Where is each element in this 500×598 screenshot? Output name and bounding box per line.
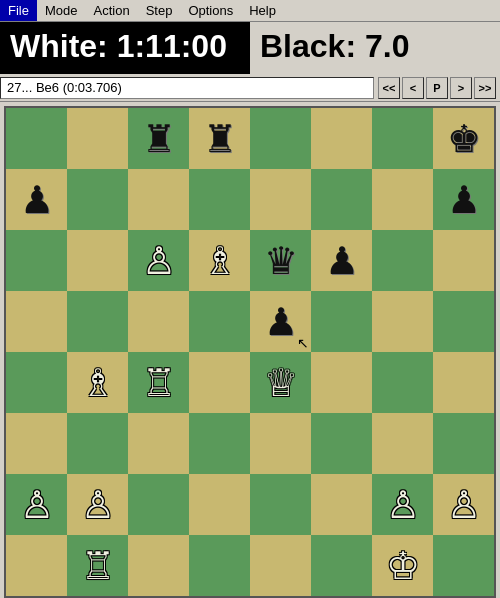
- move-text: 27... Be6 (0:03.706): [0, 77, 374, 99]
- menu-help[interactable]: Help: [241, 0, 284, 21]
- menu-file[interactable]: File: [0, 0, 37, 21]
- cell-5-7[interactable]: [433, 413, 494, 474]
- cell-2-3[interactable]: ♗: [189, 230, 250, 291]
- cell-1-3[interactable]: [189, 169, 250, 230]
- piece-1-0: ♟: [20, 181, 54, 219]
- cell-2-7[interactable]: [433, 230, 494, 291]
- cell-4-2[interactable]: ♖: [128, 352, 189, 413]
- cell-7-0[interactable]: [6, 535, 67, 596]
- cell-7-2[interactable]: [128, 535, 189, 596]
- cell-3-4[interactable]: ♟↖: [250, 291, 311, 352]
- cell-0-3[interactable]: ♜: [189, 108, 250, 169]
- cell-2-2[interactable]: ♙: [128, 230, 189, 291]
- cell-1-4[interactable]: [250, 169, 311, 230]
- piece-2-3: ♗: [203, 242, 237, 280]
- cell-6-2[interactable]: [128, 474, 189, 535]
- menu-step[interactable]: Step: [138, 0, 181, 21]
- cell-4-4[interactable]: ♕: [250, 352, 311, 413]
- cell-5-2[interactable]: [128, 413, 189, 474]
- cell-3-7[interactable]: [433, 291, 494, 352]
- nav-buttons: <<<P>>>: [374, 75, 500, 101]
- cell-3-6[interactable]: [372, 291, 433, 352]
- cell-3-1[interactable]: [67, 291, 128, 352]
- cell-4-7[interactable]: [433, 352, 494, 413]
- cell-2-0[interactable]: [6, 230, 67, 291]
- cell-5-3[interactable]: [189, 413, 250, 474]
- piece-3-4: ♟: [264, 303, 298, 341]
- menubar: File Mode Action Step Options Help: [0, 0, 500, 22]
- cell-0-4[interactable]: [250, 108, 311, 169]
- cell-6-6[interactable]: ♙: [372, 474, 433, 535]
- cell-0-6[interactable]: [372, 108, 433, 169]
- white-score: White: 1:11:00: [0, 22, 250, 74]
- cell-1-7[interactable]: ♟: [433, 169, 494, 230]
- piece-6-1: ♙: [81, 486, 115, 524]
- cell-2-4[interactable]: ♛: [250, 230, 311, 291]
- cell-1-2[interactable]: [128, 169, 189, 230]
- nav-btn-2[interactable]: P: [426, 77, 448, 99]
- cell-4-3[interactable]: [189, 352, 250, 413]
- cell-3-2[interactable]: [128, 291, 189, 352]
- nav-btn-4[interactable]: >>: [474, 77, 496, 99]
- cell-6-0[interactable]: ♙: [6, 474, 67, 535]
- cell-2-6[interactable]: [372, 230, 433, 291]
- menu-mode[interactable]: Mode: [37, 0, 86, 21]
- cell-3-0[interactable]: [6, 291, 67, 352]
- cell-0-5[interactable]: [311, 108, 372, 169]
- piece-6-6: ♙: [386, 486, 420, 524]
- cell-4-0[interactable]: [6, 352, 67, 413]
- cell-6-3[interactable]: [189, 474, 250, 535]
- cell-7-3[interactable]: [189, 535, 250, 596]
- cell-5-1[interactable]: [67, 413, 128, 474]
- piece-4-1: ♗: [81, 364, 115, 402]
- menu-options[interactable]: Options: [180, 0, 241, 21]
- piece-0-7: ♚: [447, 120, 481, 158]
- piece-2-4: ♛: [264, 242, 298, 280]
- piece-7-1: ♖: [81, 547, 115, 585]
- cell-4-1[interactable]: ♗: [67, 352, 128, 413]
- movebar: 27... Be6 (0:03.706) <<<P>>>: [0, 74, 500, 102]
- cell-7-5[interactable]: [311, 535, 372, 596]
- piece-6-7: ♙: [447, 486, 481, 524]
- piece-2-2: ♙: [142, 242, 176, 280]
- cell-1-1[interactable]: [67, 169, 128, 230]
- nav-btn-1[interactable]: <: [402, 77, 424, 99]
- cell-6-5[interactable]: [311, 474, 372, 535]
- cell-5-0[interactable]: [6, 413, 67, 474]
- nav-btn-0[interactable]: <<: [378, 77, 400, 99]
- board-container: ♜♜♚♟♟♙♗♛♟♟↖♗♖♕♙♙♙♙♖♔: [0, 102, 500, 598]
- cell-1-6[interactable]: [372, 169, 433, 230]
- cell-3-3[interactable]: [189, 291, 250, 352]
- cell-6-7[interactable]: ♙: [433, 474, 494, 535]
- cell-5-6[interactable]: [372, 413, 433, 474]
- menu-action[interactable]: Action: [85, 0, 137, 21]
- piece-0-3: ♜: [203, 120, 237, 158]
- cell-7-7[interactable]: [433, 535, 494, 596]
- piece-1-7: ♟: [447, 181, 481, 219]
- cell-5-4[interactable]: [250, 413, 311, 474]
- cell-1-0[interactable]: ♟: [6, 169, 67, 230]
- piece-4-4: ♕: [264, 364, 298, 402]
- cell-4-6[interactable]: [372, 352, 433, 413]
- cell-0-2[interactable]: ♜: [128, 108, 189, 169]
- cell-6-1[interactable]: ♙: [67, 474, 128, 535]
- scorebar: White: 1:11:00 Black: 7.0: [0, 22, 500, 74]
- cell-0-7[interactable]: ♚: [433, 108, 494, 169]
- piece-2-5: ♟: [325, 242, 359, 280]
- cell-5-5[interactable]: [311, 413, 372, 474]
- cell-7-1[interactable]: ♖: [67, 535, 128, 596]
- cell-3-5[interactable]: [311, 291, 372, 352]
- cell-4-5[interactable]: [311, 352, 372, 413]
- cell-2-1[interactable]: [67, 230, 128, 291]
- cell-1-5[interactable]: [311, 169, 372, 230]
- nav-btn-3[interactable]: >: [450, 77, 472, 99]
- cell-7-6[interactable]: ♔: [372, 535, 433, 596]
- cell-0-1[interactable]: [67, 108, 128, 169]
- chess-board: ♜♜♚♟♟♙♗♛♟♟↖♗♖♕♙♙♙♙♖♔: [4, 106, 496, 598]
- cell-7-4[interactable]: [250, 535, 311, 596]
- cell-0-0[interactable]: [6, 108, 67, 169]
- cell-2-5[interactable]: ♟: [311, 230, 372, 291]
- cursor-indicator: ↖: [297, 336, 309, 350]
- black-score: Black: 7.0: [250, 22, 500, 74]
- cell-6-4[interactable]: [250, 474, 311, 535]
